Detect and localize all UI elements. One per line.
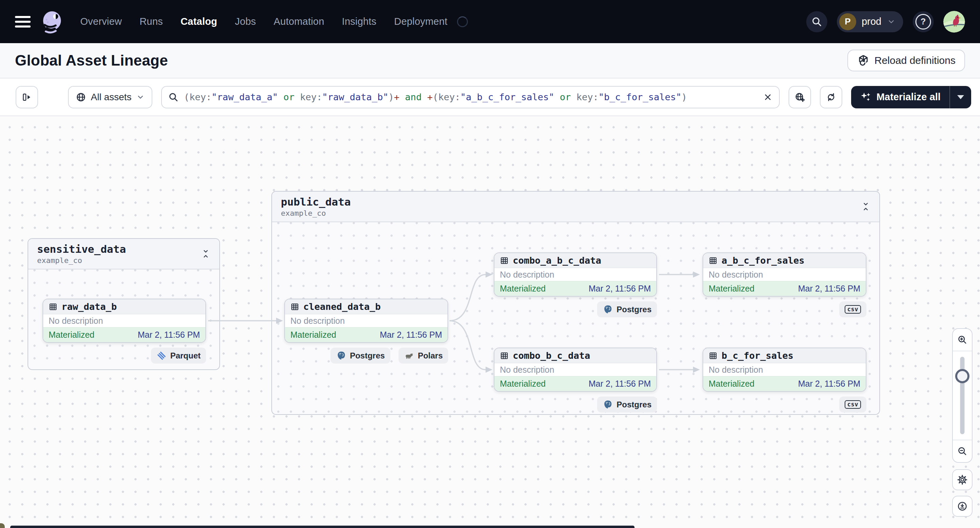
group-header: public_data example_co: [272, 192, 879, 222]
environment-badge: P: [839, 13, 856, 30]
materialize-all-split-button: Materialize all: [851, 86, 971, 108]
download-icon: [957, 501, 968, 512]
bottom-corner-fragment: [0, 523, 5, 528]
asset-node-a_b_c_for_sales[interactable]: a_b_c_for_sales No description Materiali…: [703, 252, 866, 317]
zoom-slider[interactable]: [953, 350, 972, 440]
environment-switcher[interactable]: P prod: [837, 11, 903, 32]
nav-item-insights[interactable]: Insights: [342, 16, 376, 27]
dagster-logo-icon[interactable]: [40, 9, 65, 34]
zoom-slider-handle[interactable]: [955, 369, 969, 383]
nav-item-overview[interactable]: Overview: [80, 16, 122, 27]
caret-down-icon: [957, 95, 964, 99]
environment-name: prod: [862, 16, 881, 27]
asset-description: No description: [43, 314, 205, 327]
tag-postgres[interactable]: Postgres: [331, 347, 390, 363]
table-icon: [709, 351, 718, 360]
asset-scope-label: All assets: [91, 92, 132, 103]
asset-selection-input[interactable]: (key:"raw_data_a" or key:"raw_data_b")+ …: [161, 86, 780, 108]
lineage-canvas[interactable]: sensitive_data example_co public_data ex…: [0, 116, 980, 528]
nav-item-jobs[interactable]: Jobs: [235, 16, 256, 27]
nav-item-deployment[interactable]: Deployment: [394, 16, 447, 27]
asset-name: b_c_for_sales: [722, 350, 793, 361]
polars-icon: [404, 350, 414, 361]
group-name: sensitive_data: [37, 243, 126, 255]
asset-node-combo_a_b_c_data[interactable]: combo_a_b_c_data No description Material…: [494, 252, 657, 317]
asset-scope-dropdown[interactable]: All assets: [68, 86, 152, 108]
asset-status: Materialized: [290, 330, 336, 340]
panel-expand-icon: [21, 92, 32, 103]
asset-status: Materialized: [709, 284, 754, 293]
asset-timestamp: Mar 2, 11:56 PM: [380, 330, 442, 340]
lineage-toolbar: All assets (key:"raw_data_a" or key:"raw…: [0, 78, 980, 116]
page-title: Global Asset Lineage: [15, 52, 168, 69]
asset-name: a_b_c_for_sales: [722, 255, 805, 266]
table-icon: [290, 303, 299, 311]
sparkles-icon: [860, 91, 872, 103]
materialize-all-button[interactable]: Materialize all: [851, 86, 950, 108]
table-icon: [49, 303, 57, 311]
collapse-group-button[interactable]: [201, 249, 210, 258]
nav-item-runs[interactable]: Runs: [139, 16, 163, 27]
user-avatar[interactable]: [943, 11, 965, 33]
bottom-bar: [10, 526, 635, 528]
tag-polars[interactable]: Polars: [399, 347, 448, 363]
asset-description: No description: [703, 363, 866, 376]
tag-postgres[interactable]: Postgres: [597, 301, 657, 317]
page-header: Global Asset Lineage Reload definitions: [0, 43, 980, 78]
asset-description: No description: [703, 268, 866, 281]
zoom-in-button[interactable]: [953, 329, 972, 350]
search-icon: [168, 92, 179, 103]
refresh-button[interactable]: [820, 86, 842, 108]
asset-node-b_c_for_sales[interactable]: b_c_for_sales No description Materialize…: [703, 347, 866, 412]
table-icon: [500, 351, 509, 360]
zoom-out-icon: [957, 446, 968, 457]
tag-label: Parquet: [170, 351, 200, 360]
collapse-group-button[interactable]: [861, 202, 870, 211]
tag-csv[interactable]: csv: [839, 301, 866, 317]
csv-icon: csv: [845, 305, 861, 314]
help-button[interactable]: ?: [913, 11, 934, 32]
close-icon: [763, 92, 773, 102]
asset-description: No description: [495, 363, 656, 376]
nav-item-catalog[interactable]: Catalog: [181, 16, 217, 27]
nav-item-automation[interactable]: Automation: [274, 16, 325, 27]
view-graph-options-button[interactable]: [789, 86, 811, 108]
asset-selection-query[interactable]: (key:"raw_data_a" or key:"raw_data_b")+ …: [184, 92, 758, 102]
collapse-icon: [861, 202, 870, 211]
nav-items: Overview Runs Catalog Jobs Automation In…: [80, 16, 468, 27]
download-graph-button[interactable]: [952, 496, 972, 517]
zoom-controls: [952, 328, 972, 463]
search-icon: [811, 16, 822, 27]
tag-label: Postgres: [350, 351, 385, 360]
globe-plus-icon: [794, 92, 805, 103]
search-button[interactable]: [806, 11, 827, 32]
menu-icon[interactable]: [15, 16, 30, 27]
globe-icon: [75, 92, 86, 103]
tag-parquet[interactable]: Parquet: [151, 347, 206, 363]
chevron-down-icon: [136, 93, 145, 101]
asset-name: cleaned_data_b: [303, 301, 381, 312]
reload-definitions-button[interactable]: Reload definitions: [847, 49, 966, 71]
clear-query-button[interactable]: [763, 92, 773, 102]
parquet-icon: [156, 350, 167, 361]
graph-settings-button[interactable]: [952, 469, 972, 490]
zoom-out-button[interactable]: [953, 440, 972, 462]
asset-status: Materialized: [709, 379, 754, 389]
group-header: sensitive_data example_co: [28, 239, 220, 270]
asset-timestamp: Mar 2, 11:56 PM: [589, 379, 651, 389]
materialize-all-label: Materialize all: [876, 91, 940, 103]
group-location: example_co: [37, 256, 126, 265]
asset-name: combo_b_c_data: [513, 350, 590, 361]
tag-postgres[interactable]: Postgres: [597, 396, 657, 412]
zoom-slider-track[interactable]: [960, 357, 965, 434]
tag-csv[interactable]: csv: [839, 396, 866, 412]
asset-node-raw_data_b[interactable]: raw_data_b No description MaterializedMa…: [43, 299, 206, 363]
open-panel-button[interactable]: [16, 86, 38, 108]
group-name: public_data: [281, 196, 351, 208]
asset-node-combo_b_c_data[interactable]: combo_b_c_data No description Materializ…: [494, 347, 657, 412]
asset-status: Materialized: [500, 284, 546, 293]
postgres-icon: [336, 350, 346, 361]
asset-node-cleaned_data_b[interactable]: cleaned_data_b No description Materializ…: [284, 299, 448, 363]
materialize-options-button[interactable]: [950, 86, 971, 108]
chevron-down-icon: [887, 17, 896, 26]
